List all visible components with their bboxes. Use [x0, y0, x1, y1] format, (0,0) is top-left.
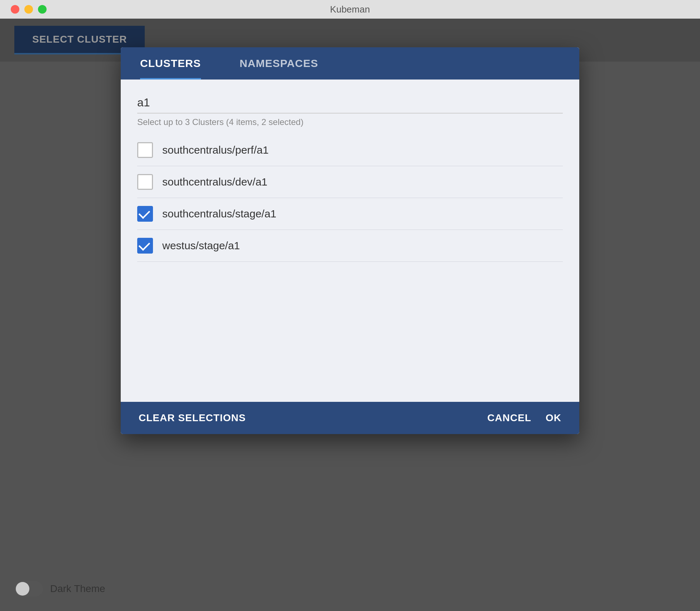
cluster-label-2: southcentralus/dev/a1 [162, 176, 268, 188]
traffic-lights [11, 5, 47, 14]
list-item[interactable]: southcentralus/dev/a1 [137, 166, 563, 198]
search-row [137, 92, 563, 114]
tab-clusters[interactable]: CLUSTERS [121, 47, 220, 80]
modal-tabs: CLUSTERS NAMESPACES [121, 47, 579, 80]
window-title: Kubeman [330, 4, 370, 15]
cluster-search-input[interactable] [137, 92, 563, 114]
cluster-checkbox-3[interactable] [137, 206, 153, 222]
modal-footer: CLEAR SELECTIONS CANCEL OK [121, 402, 579, 434]
cluster-label-4: westus/stage/a1 [162, 240, 240, 252]
cluster-checkbox-1[interactable] [137, 142, 153, 158]
selection-hint: Select up to 3 Clusters (4 items, 2 sele… [137, 117, 563, 127]
modal-overlay: CLUSTERS NAMESPACES Select up to 3 Clust… [0, 19, 700, 611]
cluster-label-3: southcentralus/stage/a1 [162, 208, 277, 220]
tab-namespaces[interactable]: NAMESPACES [220, 47, 337, 80]
maximize-button[interactable] [38, 5, 47, 14]
cluster-checkbox-2[interactable] [137, 174, 153, 190]
bottom-bar: Dark Theme [14, 581, 105, 597]
app-background: SELECT CLUSTER CLUSTERS NAMESPACES [0, 19, 700, 611]
footer-right-buttons: CANCEL OK [487, 412, 561, 424]
cluster-checkbox-4[interactable] [137, 238, 153, 254]
title-bar: Kubeman [0, 0, 700, 19]
minimize-button[interactable] [24, 5, 33, 14]
dark-theme-toggle[interactable] [14, 581, 43, 597]
toggle-knob [16, 582, 29, 596]
ok-button[interactable]: OK [546, 412, 561, 424]
dark-theme-label: Dark Theme [50, 583, 105, 595]
list-item[interactable]: southcentralus/stage/a1 [137, 198, 563, 230]
list-item[interactable]: southcentralus/perf/a1 [137, 134, 563, 166]
close-button[interactable] [11, 5, 19, 14]
cluster-label-1: southcentralus/perf/a1 [162, 144, 269, 156]
modal-content: Select up to 3 Clusters (4 items, 2 sele… [121, 80, 579, 402]
modal-dialog: CLUSTERS NAMESPACES Select up to 3 Clust… [121, 47, 579, 434]
cancel-button[interactable]: CANCEL [487, 412, 531, 424]
list-item[interactable]: westus/stage/a1 [137, 230, 563, 262]
clear-selections-button[interactable]: CLEAR SELECTIONS [139, 412, 246, 424]
cluster-list: southcentralus/perf/a1 southcentralus/de… [137, 134, 563, 262]
